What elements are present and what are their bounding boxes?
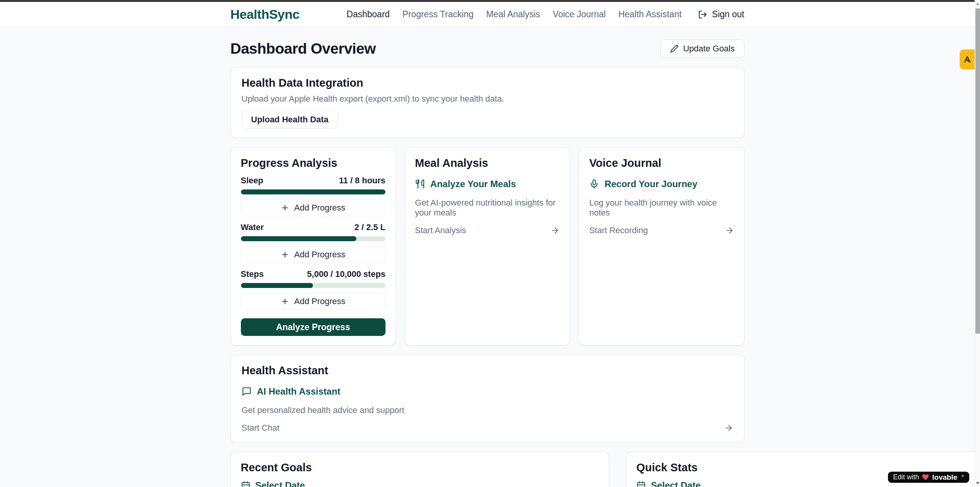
lovable-heart-icon <box>922 474 929 480</box>
window-top-strip <box>0 0 975 2</box>
scroll-down-arrow[interactable] <box>976 482 979 484</box>
nav-item-progress-tracking[interactable]: Progress Tracking <box>402 9 473 20</box>
voice-journal-title: Voice Journal <box>589 157 734 169</box>
nav-item-health-assistant[interactable]: Health Assistant <box>618 9 682 20</box>
top-navbar: HealthSync Dashboard Progress Tracking M… <box>0 2 975 27</box>
recent-goals-select-date[interactable]: Select Date <box>241 480 599 487</box>
ai-health-assistant-link[interactable]: AI Health Assistant <box>242 386 733 397</box>
upload-health-data-button[interactable]: Upload Health Data <box>242 111 338 128</box>
steps-label: Steps <box>241 269 264 279</box>
plus-icon <box>281 204 289 212</box>
lovable-brand-label: lovable <box>932 473 957 482</box>
sleep-metric: Sleep 11 / 8 hours Add Progress <box>241 176 385 216</box>
vertical-scrollbar[interactable] <box>975 0 980 487</box>
sleep-label: Sleep <box>241 176 264 186</box>
health-assistant-card: Health Assistant AI Health Assistant Get… <box>231 355 744 443</box>
analyze-progress-button[interactable]: Analyze Progress <box>241 318 385 336</box>
voice-journal-card: Voice Journal Record Your Journey Log yo… <box>579 147 744 346</box>
plus-icon <box>281 297 289 306</box>
calendar-icon <box>241 481 250 487</box>
main-content: Dashboard Overview Update Goals Health D… <box>231 27 744 487</box>
steps-progress-bar <box>241 283 385 288</box>
sign-out-button[interactable]: Sign out <box>698 9 744 20</box>
sleep-progress-bar <box>241 189 385 194</box>
water-label: Water <box>241 222 264 232</box>
update-goals-button[interactable]: Update Goals <box>660 39 744 58</box>
sleep-value: 11 / 8 hours <box>339 176 385 186</box>
meal-analysis-card: Meal Analysis Analyze Your Meals Get AI-… <box>405 147 570 346</box>
arrow-right-icon <box>550 226 560 235</box>
sign-out-label: Sign out <box>712 9 744 20</box>
steps-value: 5,000 / 10,000 steps <box>307 269 385 279</box>
close-icon[interactable]: × <box>961 473 964 479</box>
utensils-icon <box>415 179 425 189</box>
nav-item-meal-analysis[interactable]: Meal Analysis <box>486 9 540 20</box>
page-title: Dashboard Overview <box>231 40 376 57</box>
water-metric: Water 2 / 2.5 L Add Progress <box>241 222 385 263</box>
scroll-up-arrow[interactable] <box>976 3 979 5</box>
edit-with-lovable-badge[interactable]: Edit with lovable × <box>888 472 969 483</box>
app-logo[interactable]: HealthSync <box>231 7 300 22</box>
sleep-add-progress-button[interactable]: Add Progress <box>241 199 385 216</box>
nav-item-voice-journal[interactable]: Voice Journal <box>553 9 606 20</box>
log-out-icon <box>698 10 707 19</box>
water-progress-bar <box>241 236 385 241</box>
steps-add-progress-button[interactable]: Add Progress <box>241 293 385 310</box>
health-data-description: Upload your Apple Health export (export.… <box>242 94 733 104</box>
pencil-icon <box>670 44 679 53</box>
start-chat-action[interactable]: Start Chat <box>242 423 733 433</box>
health-assistant-description: Get personalized health advice and suppo… <box>242 405 733 415</box>
lovable-badge-icon <box>963 55 972 64</box>
health-data-title: Health Data Integration <box>242 77 733 89</box>
nav-item-dashboard[interactable]: Dashboard <box>347 9 390 20</box>
health-assistant-title: Health Assistant <box>242 364 733 377</box>
meal-analysis-description: Get AI-powered nutritional insights for … <box>415 198 560 218</box>
steps-metric: Steps 5,000 / 10,000 steps Add Progress <box>241 269 385 310</box>
progress-analysis-title: Progress Analysis <box>241 157 385 169</box>
update-goals-label: Update Goals <box>683 44 735 54</box>
analyze-your-meals-link[interactable]: Analyze Your Meals <box>415 179 560 189</box>
scrollbar-thumb[interactable] <box>975 8 980 334</box>
chat-bubble-icon <box>242 387 252 397</box>
water-value: 2 / 2.5 L <box>354 222 385 232</box>
start-recording-action[interactable]: Start Recording <box>589 225 734 235</box>
lovable-side-badge[interactable] <box>960 49 975 69</box>
health-data-integration-card: Health Data Integration Upload your Appl… <box>231 67 744 138</box>
progress-analysis-card: Progress Analysis Sleep 11 / 8 hours Add… <box>231 147 396 346</box>
arrow-right-icon <box>724 423 733 433</box>
recent-goals-title: Recent Goals <box>241 461 599 474</box>
start-analysis-action[interactable]: Start Analysis <box>415 225 560 235</box>
main-nav: Dashboard Progress Tracking Meal Analysi… <box>347 9 744 20</box>
calendar-icon <box>636 481 646 487</box>
arrow-right-icon <box>725 226 734 235</box>
water-add-progress-button[interactable]: Add Progress <box>241 246 385 263</box>
app-root: HealthSync Dashboard Progress Tracking M… <box>0 2 975 487</box>
meal-analysis-title: Meal Analysis <box>415 157 560 169</box>
microphone-icon <box>589 179 599 189</box>
voice-journal-description: Log your health journey with voice notes <box>589 198 734 218</box>
plus-icon <box>281 250 289 259</box>
edit-with-label: Edit with <box>893 473 919 481</box>
record-your-journey-link[interactable]: Record Your Journey <box>589 179 734 189</box>
recent-goals-card: Recent Goals Select Date Today Yesterday… <box>231 452 609 487</box>
